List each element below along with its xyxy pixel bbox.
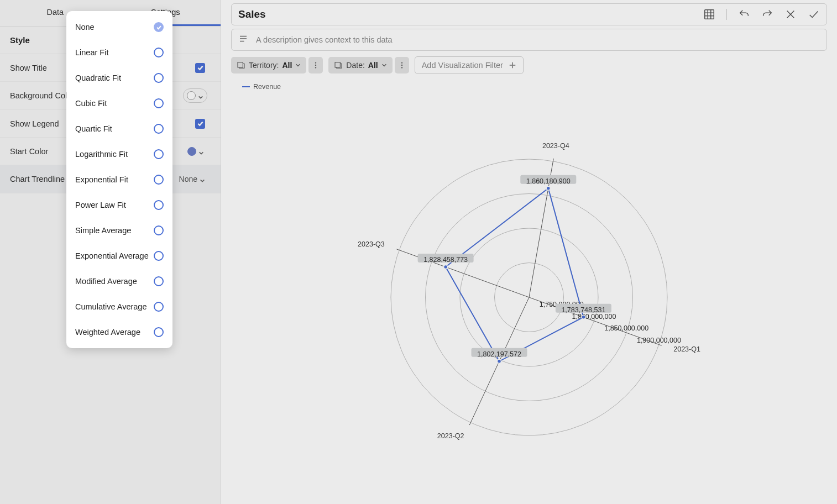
close-icon[interactable]: [784, 8, 797, 20]
dropdown-item-exponential[interactable]: Exponential Fit: [66, 167, 172, 192]
filter-territory-value: All: [282, 61, 292, 70]
dropdown-label: Cumulative Average: [75, 302, 147, 311]
dropdown-item-quartic[interactable]: Quartic Fit: [66, 116, 172, 141]
legend-label-revenue: Revenue: [253, 83, 281, 91]
radio-icon: [154, 225, 164, 235]
svg-text:2023-Q3: 2023-Q3: [358, 240, 385, 248]
dropdown-item-wgt-avg[interactable]: Weighted Average: [66, 319, 172, 345]
trendline-dropdown: None Linear Fit Quadratic Fit Cubic Fit …: [66, 11, 172, 348]
dropdown-item-mod-avg[interactable]: Modified Average: [66, 269, 172, 294]
radio-icon: [154, 98, 164, 108]
color-circle-icon: [187, 147, 196, 156]
svg-point-46: [546, 186, 550, 190]
add-filter-button[interactable]: Add Visualization Filter: [415, 56, 524, 74]
radar-chart: 2023-Q12023-Q22023-Q32023-Q41,750,000,00…: [358, 126, 700, 469]
svg-text:1,802,197,572: 1,802,197,572: [477, 350, 521, 358]
legend: Revenue: [242, 83, 827, 91]
filter-territory[interactable]: Territory: All: [231, 57, 306, 74]
dropdown-item-logarithmic[interactable]: Logarithmic Fit: [66, 141, 172, 167]
dropdown-label: Exponential Average: [75, 251, 149, 260]
dropdown-label: Logarithmic Fit: [75, 150, 128, 159]
svg-text:2023-Q1: 2023-Q1: [673, 345, 700, 353]
filter-date-more[interactable]: [395, 57, 409, 74]
filter-territory-more[interactable]: [308, 57, 323, 74]
description-bar[interactable]: A description gives context to this data: [231, 29, 827, 51]
dropdown-item-cum-avg[interactable]: Cumulative Average: [66, 294, 172, 319]
svg-rect-14: [335, 62, 340, 67]
swatch-start-color[interactable]: [184, 145, 207, 158]
chart-container: 2023-Q12023-Q22023-Q32023-Q41,750,000,00…: [231, 91, 827, 504]
dropdown-label: None: [75, 23, 95, 32]
dropdown-item-simple-avg[interactable]: Simple Average: [66, 218, 172, 243]
svg-text:1,828,458,773: 1,828,458,773: [423, 256, 468, 264]
color-circle-icon: [187, 91, 196, 100]
radio-icon: [154, 302, 164, 312]
dropdown-item-linear[interactable]: Linear Fit: [66, 40, 172, 65]
svg-text:1,850,000,000: 1,850,000,000: [604, 324, 648, 332]
redo-icon[interactable]: [761, 8, 773, 20]
swatch-background-color[interactable]: [183, 88, 207, 103]
svg-text:2023-Q2: 2023-Q2: [437, 432, 464, 440]
add-filter-label: Add Visualization Filter: [422, 61, 503, 70]
svg-point-15: [401, 62, 402, 63]
svg-point-37: [582, 315, 585, 319]
checkbox-show-legend[interactable]: [195, 119, 205, 129]
trendline-value: None: [179, 175, 197, 183]
description-icon: [238, 34, 248, 46]
confirm-icon[interactable]: [808, 8, 820, 20]
label-chart-trendline: Chart Trendline: [10, 175, 65, 183]
chevron-down-icon: [198, 93, 203, 98]
filter-date[interactable]: Date: All: [328, 57, 392, 74]
svg-rect-0: [705, 10, 714, 19]
radio-checked-icon: [154, 22, 164, 32]
title-actions: [703, 8, 820, 20]
radio-icon: [154, 124, 164, 134]
radio-icon: [154, 73, 164, 83]
radio-icon: [154, 251, 164, 261]
dropdown-item-quadratic[interactable]: Quadratic Fit: [66, 65, 172, 91]
chart-title[interactable]: Sales: [238, 8, 703, 20]
dropdown-label: Cubic Fit: [75, 99, 107, 108]
divider: [726, 9, 727, 20]
chevron-down-icon: [200, 176, 205, 182]
label-start-color: Start Color: [10, 147, 48, 156]
svg-text:2023-Q4: 2023-Q4: [542, 142, 569, 150]
dropdown-label: Power Law Fit: [75, 201, 126, 209]
dropdown-label: Quadratic Fit: [75, 74, 121, 82]
trendline-select[interactable]: None: [174, 172, 211, 186]
radio-icon: [154, 276, 164, 286]
svg-point-40: [498, 359, 501, 363]
radio-icon: [154, 48, 164, 57]
dropdown-label: Quartic Fit: [75, 124, 112, 133]
dropdown-item-exp-avg[interactable]: Exponential Average: [66, 243, 172, 269]
svg-marker-36: [446, 188, 583, 361]
radio-icon: [154, 149, 164, 159]
svg-text:1,783,748,531: 1,783,748,531: [561, 306, 605, 314]
svg-text:1,900,000,000: 1,900,000,000: [637, 337, 681, 344]
svg-point-16: [401, 65, 402, 66]
svg-point-13: [315, 67, 316, 68]
svg-text:1,860,180,900: 1,860,180,900: [526, 177, 571, 185]
svg-point-43: [444, 265, 448, 269]
radio-icon: [154, 175, 164, 185]
svg-point-17: [401, 67, 402, 68]
dropdown-item-none[interactable]: None: [66, 14, 172, 40]
title-bar: Sales: [231, 3, 827, 25]
dropdown-item-power[interactable]: Power Law Fit: [66, 192, 172, 218]
svg-point-11: [315, 62, 316, 63]
dropdown-label: Simple Average: [75, 226, 131, 235]
checkbox-show-title[interactable]: [195, 63, 205, 73]
dropdown-label: Exponential Fit: [75, 175, 128, 184]
label-show-title: Show Title: [10, 64, 47, 72]
dropdown-label: Weighted Average: [75, 328, 140, 337]
filter-date-label: Date:: [346, 61, 364, 70]
description-placeholder: A description gives context to this data: [256, 35, 393, 44]
undo-icon[interactable]: [738, 8, 750, 20]
dropdown-label: Modified Average: [75, 277, 137, 286]
svg-rect-10: [238, 62, 243, 67]
grid-view-icon[interactable]: [703, 8, 715, 20]
filter-date-value: All: [368, 61, 378, 70]
radio-icon: [154, 200, 164, 210]
filter-territory-label: Territory:: [249, 61, 279, 70]
dropdown-item-cubic[interactable]: Cubic Fit: [66, 91, 172, 116]
